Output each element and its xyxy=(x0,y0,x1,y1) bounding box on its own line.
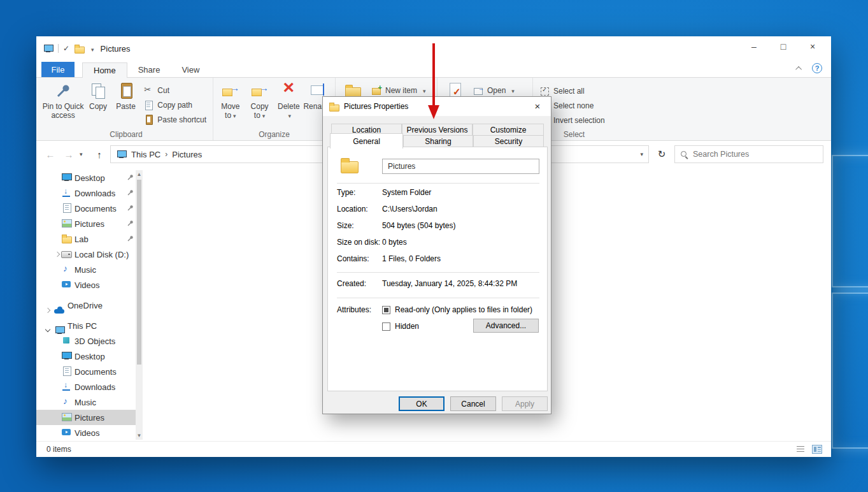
pin-icon xyxy=(53,82,73,101)
location-row: Location: C:\Users\Jordan xyxy=(337,205,539,216)
read-only-checkbox[interactable] xyxy=(382,306,390,314)
sidebar-item-videos[interactable]: Videos xyxy=(36,277,143,293)
copy-to-button[interactable]: Copyto xyxy=(245,80,274,126)
pin-icon xyxy=(127,220,134,227)
pin-icon xyxy=(127,174,134,181)
expand-chevron-icon[interactable] xyxy=(45,308,50,313)
tab-sharing[interactable]: Sharing xyxy=(403,135,473,147)
advanced-button[interactable]: Advanced... xyxy=(473,319,539,333)
sidebar-item-pictures[interactable]: Pictures xyxy=(36,216,143,231)
created-row: Created: Tuesday, January 14, 2025, 8:44… xyxy=(337,279,539,291)
cut-button[interactable]: Cut xyxy=(139,83,210,98)
back-button[interactable]: ← xyxy=(43,147,58,162)
wallpaper-logo-pane xyxy=(832,293,868,449)
dialog-tabs: Location Previous Versions Customize Gen… xyxy=(323,124,551,148)
sidebar-item-pc-downloads[interactable]: Downloads xyxy=(36,379,143,394)
minimize-button[interactable]: – xyxy=(739,36,769,57)
scroll-up-icon[interactable]: ▲ xyxy=(136,170,143,178)
paste-button[interactable]: Paste xyxy=(112,80,140,126)
sidebar-item-documents[interactable]: Documents xyxy=(36,201,143,216)
sidebar-item-lab[interactable]: Lab xyxy=(36,231,143,247)
paste-icon xyxy=(116,82,136,101)
ok-button[interactable]: OK xyxy=(399,396,445,411)
forward-button[interactable]: → xyxy=(61,147,76,162)
chevron-down-icon xyxy=(231,111,236,120)
status-bar: 0 items xyxy=(36,441,831,457)
apply-button[interactable]: Apply xyxy=(502,396,548,411)
downloads-icon xyxy=(61,382,72,391)
properties-dialog: Pictures Properties × Location Previous … xyxy=(322,96,551,414)
folder-name-input[interactable] xyxy=(382,159,539,174)
hidden-checkbox[interactable] xyxy=(382,322,390,331)
tab-share[interactable]: Share xyxy=(127,62,171,77)
help-icon[interactable]: ? xyxy=(812,63,822,73)
pin-to-quick-access-button[interactable]: Pin to Quick access xyxy=(42,80,84,126)
sidebar-item-music[interactable]: Music xyxy=(36,262,143,277)
tab-previous-versions[interactable]: Previous Versions xyxy=(402,124,473,136)
general-tab-page: Type: System Folder Location: C:\Users\J… xyxy=(327,147,548,391)
details-view-icon[interactable] xyxy=(795,445,806,454)
sidebar-item-3d-objects[interactable]: 3D Objects xyxy=(36,333,143,349)
new-item-button[interactable]: New item xyxy=(367,83,430,98)
organize-group-label: Organize xyxy=(213,130,335,139)
open-button[interactable]: Open xyxy=(469,83,518,98)
copy-to-icon xyxy=(250,82,270,101)
refresh-button[interactable]: ↻ xyxy=(652,145,671,163)
separator xyxy=(337,183,539,184)
attributes-row: Attributes: Read-only (Only applies to f… xyxy=(337,304,539,315)
scroll-down-icon[interactable]: ▼ xyxy=(136,431,143,440)
customize-qat-chevron-icon[interactable] xyxy=(89,44,94,54)
large-icons-view-icon[interactable] xyxy=(812,445,822,454)
music-icon xyxy=(61,397,72,407)
breadcrumb-this-pc[interactable]: This PC xyxy=(131,150,160,159)
window-title: Pictures xyxy=(101,44,131,54)
sidebar-item-pc-videos[interactable]: Videos xyxy=(36,425,143,440)
pin-icon xyxy=(127,189,134,196)
sidebar-item-local-disk-d[interactable]: Local Disk (D:) xyxy=(36,247,143,262)
breadcrumb-pictures[interactable]: Pictures xyxy=(172,150,202,159)
tab-general[interactable]: General xyxy=(330,133,403,148)
address-dropdown-chevron-icon[interactable]: ▾ xyxy=(640,151,643,157)
sidebar-item-desktop[interactable]: Desktop xyxy=(36,170,143,185)
properties-quick-icon[interactable]: ✓ xyxy=(63,44,69,53)
collapse-chevron-icon[interactable] xyxy=(45,327,50,332)
copy-button[interactable]: Copy xyxy=(84,80,112,126)
close-button[interactable]: × xyxy=(798,36,827,57)
explorer-window-icon xyxy=(43,44,53,54)
sidebar-item-pc-desktop[interactable]: Desktop xyxy=(36,349,143,364)
move-to-button[interactable]: Moveto xyxy=(216,80,245,126)
sidebar-item-downloads[interactable]: Downloads xyxy=(36,185,143,201)
scrollbar-thumb[interactable] xyxy=(137,180,141,365)
copy-path-button[interactable]: Copy path xyxy=(139,98,210,112)
sidebar-item-this-pc[interactable]: This PC xyxy=(36,318,143,333)
recent-locations-chevron-icon[interactable]: ▾ xyxy=(80,151,89,157)
up-button[interactable]: ↑ xyxy=(92,147,107,162)
read-only-label: Read-only (Only applies to files in fold… xyxy=(395,305,532,314)
minimize-ribbon-icon[interactable] xyxy=(795,66,802,72)
window-controls: – □ × xyxy=(739,36,827,57)
tab-security[interactable]: Security xyxy=(473,135,544,147)
tab-file[interactable]: File xyxy=(41,62,75,77)
dialog-close-button[interactable]: × xyxy=(524,97,551,115)
chevron-down-icon xyxy=(260,111,266,120)
sidebar-item-pc-music[interactable]: Music xyxy=(36,394,143,410)
tab-view[interactable]: View xyxy=(171,62,210,77)
sidebar-item-pc-pictures[interactable]: Pictures xyxy=(36,410,143,425)
copy-icon xyxy=(88,82,108,101)
maximize-button[interactable]: □ xyxy=(769,36,798,57)
sidebar-scrollbar[interactable]: ▲ ▼ xyxy=(136,170,143,440)
move-to-icon xyxy=(220,82,241,101)
search-input[interactable] xyxy=(693,150,818,159)
tab-home[interactable]: Home xyxy=(82,62,127,78)
paste-shortcut-button[interactable]: Paste shortcut xyxy=(139,112,210,127)
sidebar-item-pc-documents[interactable]: Documents xyxy=(36,364,143,379)
new-folder-quick-icon[interactable] xyxy=(74,44,85,54)
expand-chevron-icon[interactable] xyxy=(55,252,60,257)
breadcrumb-separator: › xyxy=(165,150,167,159)
cancel-button[interactable]: Cancel xyxy=(450,396,496,411)
scissors-icon xyxy=(143,85,153,96)
delete-button[interactable]: Delete xyxy=(274,80,304,126)
copy-path-icon xyxy=(143,100,153,110)
sidebar-item-onedrive[interactable]: OneDrive xyxy=(36,298,143,313)
tab-customize[interactable]: Customize xyxy=(473,124,544,136)
